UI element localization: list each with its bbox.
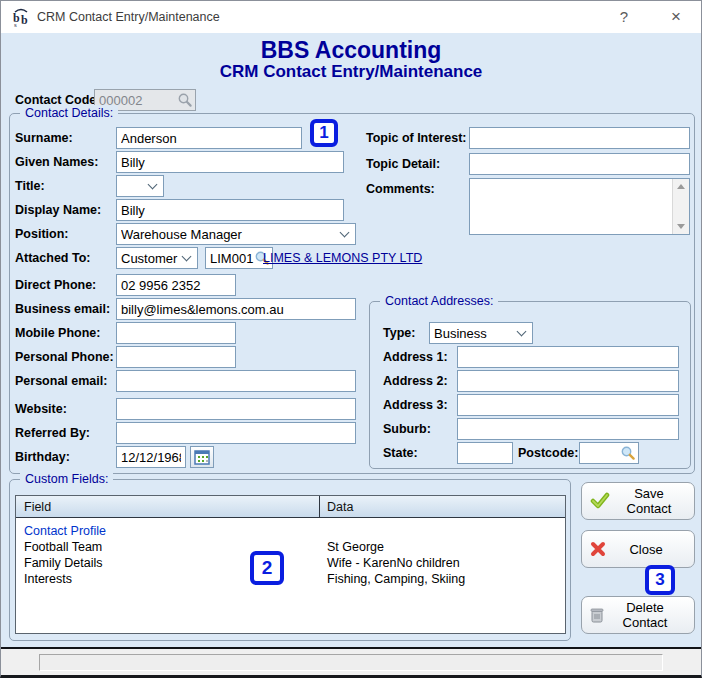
given-names-label: Given Names: (15, 151, 98, 173)
column-header-data: Data (319, 500, 353, 514)
custom-fields-legend: Custom Fields: (20, 471, 113, 487)
trash-icon (590, 607, 604, 623)
display-name-input[interactable] (116, 199, 344, 221)
state-label: State: (383, 442, 418, 464)
address-type-label: Type: (383, 322, 415, 344)
direct-phone-label: Direct Phone: (15, 274, 96, 296)
status-message-panel (39, 654, 663, 671)
app-title: BBS Accounting (1, 37, 701, 64)
annotation-badge-1: 1 (310, 119, 338, 147)
calendar-icon (194, 450, 210, 465)
comments-label: Comments: (366, 178, 435, 200)
table-row[interactable]: Contact Profile (16, 523, 565, 539)
contact-addresses-legend: Contact Addresses: (380, 293, 498, 309)
surname-label: Surname: (15, 127, 73, 149)
personal-phone-input[interactable] (116, 346, 236, 368)
website-input[interactable] (116, 398, 356, 420)
address3-input[interactable] (457, 394, 679, 416)
column-divider (319, 496, 320, 517)
close-window-button[interactable]: × (659, 1, 693, 33)
calendar-button[interactable] (190, 446, 214, 468)
referred-by-label: Referred By: (15, 422, 90, 444)
status-bar (1, 647, 701, 675)
attached-entity-link[interactable]: LIMES & LEMONS PTY LTD (263, 247, 422, 269)
suburb-input[interactable] (457, 418, 679, 440)
chevron-down-icon (517, 327, 527, 337)
svg-text:s: s (14, 21, 17, 27)
comments-textarea[interactable] (469, 178, 690, 235)
crm-contact-window: b b s CRM Contact Entry/Maintenance ? × … (0, 0, 702, 678)
table-row[interactable]: Family Details Wife - KarenNo children (16, 555, 565, 571)
business-email-input[interactable] (116, 298, 356, 320)
chevron-down-icon (148, 180, 158, 190)
given-names-input[interactable] (116, 151, 344, 173)
bsb-logo-icon: b b s (11, 7, 31, 27)
scroll-up-icon[interactable] (677, 184, 685, 189)
annotation-badge-2: 2 (250, 551, 284, 585)
address3-label: Address 3: (383, 394, 448, 416)
table-row[interactable]: Football Team St George (16, 539, 565, 555)
personal-phone-label: Personal Phone: (15, 346, 114, 368)
svg-text:b: b (21, 13, 28, 27)
help-button[interactable]: ? (607, 1, 641, 33)
chevron-down-icon (340, 228, 350, 238)
address-type-select[interactable]: Business (429, 322, 533, 344)
search-icon[interactable] (620, 445, 636, 461)
x-icon (590, 541, 606, 557)
close-button[interactable]: Close (581, 530, 695, 568)
title-bar: b b s CRM Contact Entry/Maintenance ? × (1, 1, 701, 33)
column-header-field: Field (16, 500, 319, 514)
search-icon (177, 92, 193, 108)
position-select[interactable]: Warehouse Manager (116, 223, 356, 245)
annotation-badge-3: 3 (645, 565, 675, 595)
personal-email-label: Personal email: (15, 370, 107, 392)
business-email-label: Business email: (15, 298, 110, 320)
scroll-down-icon[interactable] (677, 224, 685, 229)
topic-detail-input[interactable] (469, 153, 690, 175)
save-contact-button[interactable]: Save Contact (581, 482, 695, 520)
table-header: Field Data (16, 496, 565, 518)
postcode-field[interactable] (579, 442, 639, 464)
postcode-label: Postcode: (518, 442, 578, 464)
chevron-down-icon (182, 252, 192, 262)
title-label: Title: (15, 175, 45, 197)
address1-label: Address 1: (383, 346, 448, 368)
address2-input[interactable] (457, 370, 679, 392)
delete-contact-button[interactable]: Delete Contact (581, 596, 695, 634)
direct-phone-input[interactable] (116, 274, 236, 296)
check-icon (590, 492, 612, 510)
birthday-input[interactable] (116, 446, 186, 468)
birthday-label: Birthday: (15, 446, 70, 468)
personal-email-input[interactable] (116, 370, 356, 392)
address1-input[interactable] (457, 346, 679, 368)
title-select[interactable] (116, 175, 164, 197)
mobile-phone-input[interactable] (116, 322, 236, 344)
website-label: Website: (15, 398, 67, 420)
scrollbar[interactable] (672, 179, 689, 234)
position-label: Position: (15, 223, 68, 245)
attached-to-type-select[interactable]: Customer (116, 247, 198, 269)
mobile-phone-label: Mobile Phone: (15, 322, 100, 344)
suburb-label: Suburb: (383, 418, 431, 440)
display-name-label: Display Name: (15, 199, 101, 221)
surname-input[interactable] (116, 127, 302, 149)
address2-label: Address 2: (383, 370, 448, 392)
contact-details-legend: Contact Details: (20, 105, 118, 121)
referred-by-input[interactable] (116, 422, 356, 444)
custom-fields-table: Field Data Contact Profile Football Team… (15, 495, 566, 634)
topic-detail-label: Topic Detail: (366, 153, 440, 175)
window-title: CRM Contact Entry/Maintenance (37, 1, 220, 33)
attached-to-label: Attached To: (15, 247, 90, 269)
table-row[interactable]: Interests Fishing, Camping, Skiing (16, 571, 565, 587)
state-input[interactable] (457, 442, 513, 464)
topic-of-interest-input[interactable] (469, 127, 690, 149)
screen-title: CRM Contact Entry/Maintenance (1, 62, 701, 82)
topic-of-interest-label: Topic of Interest: (366, 127, 466, 149)
